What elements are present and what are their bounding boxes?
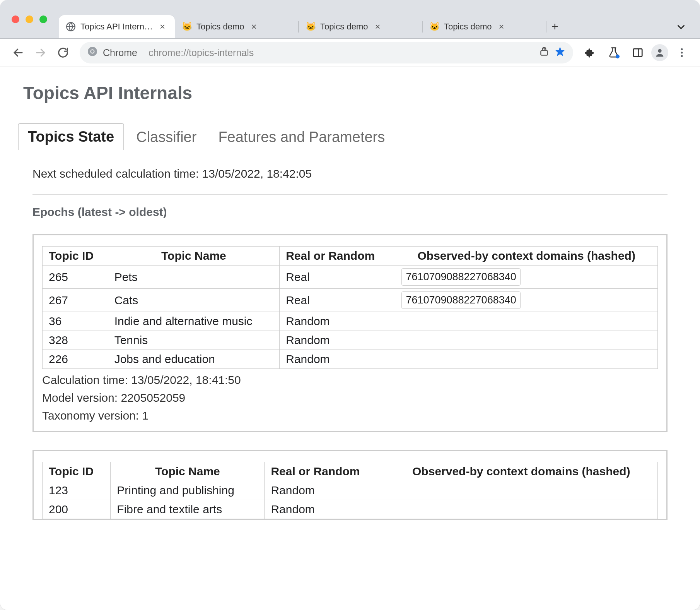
col-topic-name: Topic Name: [108, 247, 280, 266]
tab-title: Topics API Intern…: [80, 22, 153, 32]
cell-id: 36: [43, 312, 108, 331]
model-version-value: 2205052059: [121, 391, 185, 404]
svg-point-5: [91, 50, 94, 53]
address-bar[interactable]: Chrome chrome://topics-internals: [80, 42, 573, 63]
table-row: 267 Cats Real 7610709088227068340: [43, 289, 658, 312]
svg-point-11: [658, 49, 661, 53]
profile-avatar[interactable]: [651, 44, 668, 61]
reload-button[interactable]: [53, 42, 73, 63]
tab-close-icon[interactable]: ×: [160, 21, 165, 32]
topics-table-body: 123 Printing and publishing Random 200 F…: [43, 481, 658, 519]
cell-kind: Real: [280, 266, 395, 289]
cell-hash: 7610709088227068340: [395, 266, 658, 289]
browser-tab-active[interactable]: Topics API Intern… ×: [59, 15, 175, 38]
divider: [32, 194, 668, 195]
svg-point-14: [681, 55, 683, 57]
next-calc-line: Next scheduled calculation time: 13/05/2…: [32, 167, 668, 180]
bookmark-star-icon[interactable]: [555, 46, 565, 59]
cell-kind: Random: [280, 312, 395, 331]
browser-tab[interactable]: 🐱 Topics demo ×: [422, 15, 546, 38]
svg-point-13: [681, 52, 683, 54]
new-tab-button[interactable]: +: [546, 15, 564, 38]
svg-rect-6: [541, 51, 547, 55]
browser-tab[interactable]: 🐱 Topics demo ×: [175, 15, 299, 38]
share-icon[interactable]: [539, 46, 549, 59]
chrome-icon: [87, 46, 97, 59]
labs-icon[interactable]: [603, 42, 624, 63]
forward-button[interactable]: [30, 42, 51, 63]
tab-strip: Topics API Intern… × 🐱 Topics demo × 🐱 T…: [0, 0, 700, 39]
browser-tab[interactable]: 🐱 Topics demo ×: [299, 15, 422, 38]
cell-kind: Real: [280, 289, 395, 312]
cell-hash: [395, 331, 658, 350]
cell-id: 123: [43, 481, 111, 500]
epochs-heading: Epochs (latest -> oldest): [32, 206, 668, 219]
cell-name: Printing and publishing: [111, 481, 265, 500]
table-row: 226 Jobs and education Random: [43, 350, 658, 369]
cell-name: Fibre and textile arts: [111, 500, 265, 519]
extensions-icon[interactable]: [579, 42, 600, 63]
window-controls: [12, 0, 47, 38]
taxonomy-version-value: 1: [142, 409, 149, 422]
table-row: 328 Tennis Random: [43, 331, 658, 350]
hash-badge: 7610709088227068340: [401, 291, 520, 309]
model-version-line: Model version: 2205052059: [42, 391, 658, 404]
cell-kind: Random: [280, 331, 395, 350]
topics-table: Topic ID Topic Name Real or Random Obser…: [42, 246, 658, 369]
taxonomy-version-label: Taxonomy version:: [42, 409, 139, 422]
cell-kind: Random: [280, 350, 395, 369]
tab-close-icon[interactable]: ×: [251, 21, 257, 32]
cell-id: 226: [43, 350, 108, 369]
cell-kind: Random: [265, 481, 385, 500]
cell-id: 328: [43, 331, 108, 350]
tab-title: Topics demo: [444, 22, 492, 32]
cell-name: Tennis: [108, 331, 280, 350]
cell-kind: Random: [265, 500, 385, 519]
cell-id: 265: [43, 266, 108, 289]
tab-overflow-button[interactable]: [670, 17, 692, 38]
cat-icon: 🐱: [429, 22, 439, 32]
url-path: chrome://topics-internals: [149, 47, 254, 58]
cell-id: 200: [43, 500, 111, 519]
page-body: Topics API Internals Topics State Classi…: [0, 67, 700, 610]
next-calc-time: 13/05/2022, 18:42:05: [202, 167, 312, 180]
globe-icon: [66, 22, 76, 32]
col-real-or-random: Real or Random: [265, 462, 385, 481]
browser-window: Topics API Intern… × 🐱 Topics demo × 🐱 T…: [0, 0, 700, 610]
table-row: 265 Pets Real 7610709088227068340: [43, 266, 658, 289]
tab-topics-state[interactable]: Topics State: [18, 123, 124, 150]
cell-hash: [395, 350, 658, 369]
side-panel-icon[interactable]: [627, 42, 648, 63]
window-minimize-button[interactable]: [26, 15, 33, 23]
col-topic-id: Topic ID: [43, 247, 108, 266]
window-fullscreen-button[interactable]: [39, 15, 47, 23]
cell-name: Pets: [108, 266, 280, 289]
calc-time-line: Calculation time: 13/05/2022, 18:41:50: [42, 374, 658, 387]
cell-name: Cats: [108, 289, 280, 312]
tab-close-icon[interactable]: ×: [375, 21, 381, 32]
browser-toolbar: Chrome chrome://topics-internals: [0, 39, 700, 67]
table-row: 36 Indie and alternative music Random: [43, 312, 658, 331]
menu-icon[interactable]: [671, 42, 692, 63]
svg-marker-7: [555, 47, 564, 56]
browser-tabs: Topics API Intern… × 🐱 Topics demo × 🐱 T…: [59, 0, 670, 38]
tab-close-icon[interactable]: ×: [499, 21, 504, 32]
table-header-row: Topic ID Topic Name Real or Random Obser…: [43, 247, 658, 266]
cell-hash: [385, 500, 657, 519]
tab-classifier[interactable]: Classifier: [126, 124, 206, 150]
cell-id: 267: [43, 289, 108, 312]
url-separator: [143, 46, 143, 59]
topics-table-body: 265 Pets Real 7610709088227068340 267 Ca…: [43, 266, 658, 369]
svg-point-12: [681, 48, 683, 50]
tab-title: Topics demo: [320, 22, 368, 32]
cell-name: Jobs and education: [108, 350, 280, 369]
model-version-label: Model version:: [42, 391, 118, 404]
back-button[interactable]: [8, 42, 29, 63]
window-close-button[interactable]: [12, 15, 19, 23]
tab-features-parameters[interactable]: Features and Parameters: [208, 124, 394, 150]
cell-name: Indie and alternative music: [108, 312, 280, 331]
cat-icon: 🐱: [182, 22, 192, 32]
calc-time-label: Calculation time:: [42, 374, 128, 386]
hash-badge: 7610709088227068340: [401, 268, 520, 286]
col-topic-name: Topic Name: [111, 462, 265, 481]
